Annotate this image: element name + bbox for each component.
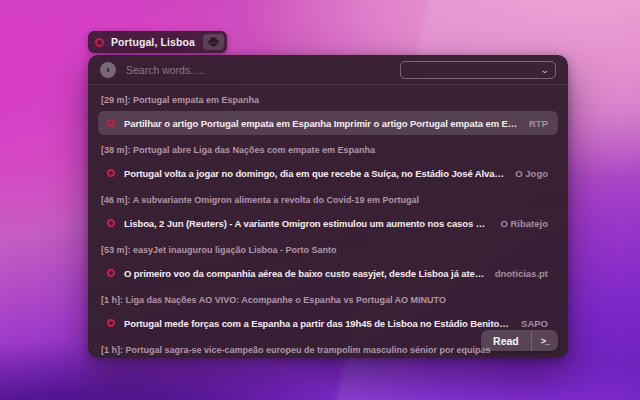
news-group-header: [29 m]: Portugal empata em Espanha — [98, 89, 558, 111]
search-bar: ‹ ⌄ — [88, 55, 568, 85]
news-group-header: [46 m]: A subvariante Omigron alimenta a… — [98, 189, 558, 211]
filter-dropdown[interactable]: ⌄ — [400, 61, 556, 79]
record-ring-icon — [107, 269, 115, 277]
news-group-header: [53 m]: easyJet inaugurou ligação Lisboa… — [98, 239, 558, 261]
back-chevron-icon: ‹ — [106, 64, 110, 75]
news-row-source: O Ribatejo — [500, 218, 548, 229]
news-row[interactable]: O primeiro voo da companhia aérea de bai… — [98, 261, 558, 285]
record-ring-icon — [107, 319, 115, 327]
search-input[interactable] — [126, 64, 316, 76]
news-row-source: O Jogo — [515, 168, 548, 179]
news-row[interactable]: Portugal volta a jogar no domingo, dia e… — [98, 161, 558, 185]
news-row-snippet: O primeiro voo da companhia aérea de bai… — [124, 268, 485, 279]
news-row-snippet: Lisboa, 2 Jun (Reuters) - A variante Omi… — [124, 218, 490, 229]
news-row-source: RTP — [529, 118, 548, 129]
news-row-source: dnoticias.pt — [495, 268, 548, 279]
news-popup-panel: ‹ ⌄ [29 m]: Portugal empata em Espanha P… — [88, 55, 568, 358]
news-group: [38 m]: Portugal abre Liga das Nações co… — [98, 139, 558, 185]
record-ring-icon — [95, 38, 104, 47]
printer-icon — [208, 37, 219, 47]
read-split-button: Read >_ — [481, 330, 558, 351]
terminal-button[interactable]: >_ — [532, 330, 558, 351]
terminal-prompt-icon: >_ — [541, 336, 549, 346]
news-group: [1 h]: Liga das Nações AO VIVO: Acompanh… — [98, 289, 558, 335]
news-row[interactable]: Lisboa, 2 Jun (Reuters) - A variante Omi… — [98, 211, 558, 235]
chevron-down-icon: ⌄ — [540, 66, 551, 75]
news-group: [53 m]: easyJet inaugurou ligação Lisboa… — [98, 239, 558, 285]
news-row-snippet: Portugal mede forças com a Espanha a par… — [124, 318, 511, 329]
news-row-snippet: Partilhar o artigo Portugal empata em Es… — [124, 118, 519, 129]
record-ring-icon — [107, 169, 115, 177]
record-ring-icon — [107, 119, 115, 127]
record-ring-icon — [107, 219, 115, 227]
news-row-source: SAPO — [521, 318, 548, 329]
print-button[interactable] — [203, 34, 224, 50]
news-row-snippet: Portugal volta a jogar no domingo, dia e… — [124, 168, 505, 179]
read-button[interactable]: Read — [481, 330, 532, 351]
news-row[interactable]: Partilhar o artigo Portugal empata em Es… — [98, 111, 558, 135]
location-tag[interactable]: Portugal, Lisboa — [88, 31, 227, 53]
news-group-header: [38 m]: Portugal abre Liga das Nações co… — [98, 139, 558, 161]
news-group: [29 m]: Portugal empata em Espanha Parti… — [98, 89, 558, 135]
news-group-header: [1 h]: Liga das Nações AO VIVO: Acompanh… — [98, 289, 558, 311]
news-feed-list: [29 m]: Portugal empata em Espanha Parti… — [88, 85, 568, 358]
news-group: [46 m]: A subvariante Omigron alimenta a… — [98, 189, 558, 235]
back-button[interactable]: ‹ — [100, 62, 116, 78]
location-tag-label: Portugal, Lisboa — [111, 36, 195, 48]
